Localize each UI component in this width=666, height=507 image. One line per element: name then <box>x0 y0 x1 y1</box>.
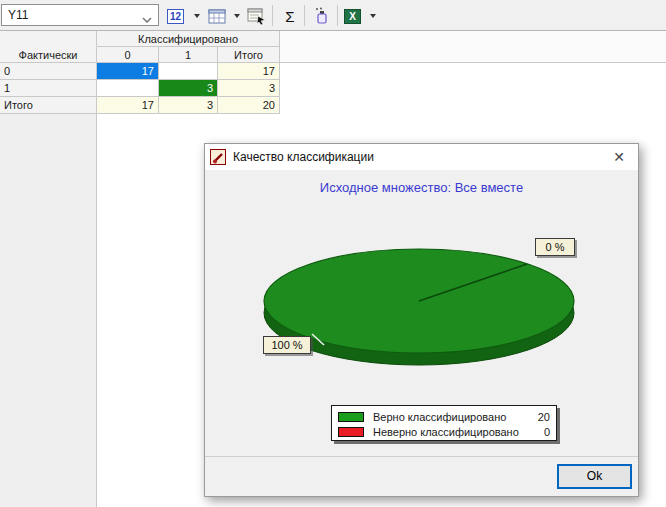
legend-item-incorrect: Неверно классифицировано 0 <box>338 424 550 439</box>
pie-label-zero-percent: 0 % <box>535 238 575 256</box>
excel-icon: X <box>344 9 361 24</box>
table-cell-selected[interactable]: 17 <box>97 63 159 80</box>
table-cell-total[interactable]: 20 <box>218 97 280 114</box>
number-format-button[interactable]: 12 <box>167 4 184 28</box>
table-icon <box>208 9 226 24</box>
close-icon[interactable]: ✕ <box>609 148 629 166</box>
dialog-app-icon <box>210 149 226 165</box>
table-cell-total[interactable]: 3 <box>218 80 280 97</box>
legend-value: 20 <box>534 411 550 423</box>
row-label: 1 <box>0 80 97 97</box>
classification-table: Классифицировано Фактически 0 1 Итого 0 … <box>0 31 280 114</box>
table-view-button[interactable] <box>208 4 226 28</box>
column-header: Итого <box>218 47 280 63</box>
legend-item-correct: Верно классифицировано 20 <box>338 409 550 424</box>
field-selector-value: Y11 <box>8 8 28 22</box>
table-cell-total[interactable]: 3 <box>159 97 218 114</box>
pie-label-hundred-percent: 100 % <box>263 336 311 354</box>
ink-bottle-icon <box>314 7 330 25</box>
dropdown-arrow-icon <box>370 14 376 18</box>
row-header-column <box>0 114 97 507</box>
export-dropdown[interactable] <box>367 4 379 28</box>
ok-button[interactable]: Ok <box>557 464 632 489</box>
table-cell-selected[interactable]: 3 <box>159 80 218 97</box>
dialog-title: Качество классификации <box>233 150 374 164</box>
number-format-dropdown[interactable] <box>191 4 203 28</box>
legend-label: Неверно классифицировано <box>373 426 534 438</box>
export-excel-button[interactable]: X <box>344 4 361 28</box>
field-selector-combobox[interactable]: Y11 <box>1 4 159 26</box>
sigma-icon: Σ <box>285 8 294 25</box>
row-label: 0 <box>0 63 97 80</box>
number-format-icon: 12 <box>167 9 184 24</box>
dropdown-arrow-icon <box>194 14 200 18</box>
row-label-total: Итого <box>0 97 97 114</box>
legend-swatch-green <box>338 412 364 422</box>
toolbar-separator <box>337 5 338 26</box>
table-cell-total[interactable]: 17 <box>97 97 159 114</box>
toolbar: Y11 12 <box>0 0 666 31</box>
legend-value: 0 <box>534 426 550 438</box>
table-cell[interactable] <box>159 63 218 80</box>
app-window: Y11 12 <box>0 0 666 507</box>
legend-swatch-red <box>338 427 364 437</box>
column-group-header: Классифицировано <box>97 31 280 47</box>
legend-label: Верно классифицировано <box>373 411 534 423</box>
column-header: 1 <box>159 47 218 63</box>
column-header: 0 <box>97 47 159 63</box>
chart-legend: Верно классифицировано 20 Неверно класси… <box>331 405 557 441</box>
ink-bottle-button[interactable] <box>311 4 333 28</box>
toolbar-separator <box>272 5 273 26</box>
sum-button[interactable]: Σ <box>279 4 301 28</box>
classification-quality-dialog: Качество классификации ✕ Исходное множес… <box>204 143 639 497</box>
properties-icon <box>247 8 267 25</box>
dialog-titlebar[interactable]: Качество классификации ✕ <box>205 144 638 170</box>
toolbar-separator <box>304 5 305 26</box>
table-cell[interactable] <box>97 80 159 97</box>
properties-button[interactable] <box>247 4 267 28</box>
row-header-title: Фактически <box>0 47 97 63</box>
table-view-dropdown[interactable] <box>231 4 243 28</box>
corner-cell <box>0 31 97 47</box>
table-cell-total[interactable]: 17 <box>218 63 280 80</box>
dropdown-arrow-icon <box>234 14 240 18</box>
dialog-footer-divider <box>205 456 638 457</box>
chevron-down-icon <box>142 12 152 26</box>
